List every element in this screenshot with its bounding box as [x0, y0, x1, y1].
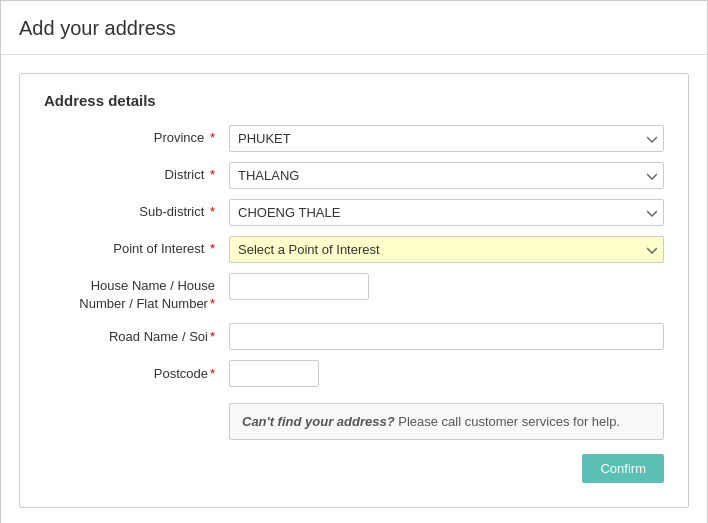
info-italic: Can't find your address?: [242, 414, 395, 429]
postcode-input[interactable]: [229, 360, 319, 387]
subdistrict-control: CHOENG THALE: [229, 199, 664, 226]
house-input[interactable]: [229, 273, 369, 300]
confirm-button[interactable]: Confirm: [582, 454, 664, 483]
road-label: Road Name / Soi*: [44, 328, 229, 346]
address-card: Address details Province * PHUKET Distri…: [19, 73, 689, 508]
province-row: Province * PHUKET: [44, 125, 664, 152]
poi-label: Point of Interest *: [44, 240, 229, 258]
province-select[interactable]: PHUKET: [229, 125, 664, 152]
district-select[interactable]: THALANG: [229, 162, 664, 189]
postcode-label: Postcode*: [44, 365, 229, 383]
info-box: Can't find your address? Please call cus…: [229, 403, 664, 440]
road-input[interactable]: [229, 323, 664, 350]
poi-select[interactable]: Select a Point of Interest: [229, 236, 664, 263]
road-row: Road Name / Soi*: [44, 323, 664, 350]
button-row: Confirm: [44, 454, 664, 483]
house-control: [229, 273, 664, 300]
page-container: Add your address Address details Provinc…: [0, 0, 708, 523]
subdistrict-row: Sub-district * CHOENG THALE: [44, 199, 664, 226]
postcode-control: [229, 360, 664, 387]
road-control: [229, 323, 664, 350]
postcode-row: Postcode*: [44, 360, 664, 387]
poi-control: Select a Point of Interest: [229, 236, 664, 263]
poi-row: Point of Interest * Select a Point of In…: [44, 236, 664, 263]
house-row: House Name / House Number / Flat Number*: [44, 273, 664, 313]
subdistrict-label: Sub-district *: [44, 203, 229, 221]
section-title: Address details: [44, 92, 664, 109]
province-control: PHUKET: [229, 125, 664, 152]
subdistrict-select[interactable]: CHOENG THALE: [229, 199, 664, 226]
page-title: Add your address: [1, 1, 707, 55]
content-area: Address details Province * PHUKET Distri…: [1, 55, 707, 523]
province-label: Province *: [44, 129, 229, 147]
info-row: Can't find your address? Please call cus…: [44, 397, 664, 440]
district-label: District *: [44, 166, 229, 184]
district-row: District * THALANG: [44, 162, 664, 189]
district-control: THALANG: [229, 162, 664, 189]
info-control: Can't find your address? Please call cus…: [229, 397, 664, 440]
house-label: House Name / House Number / Flat Number*: [44, 273, 229, 313]
info-normal: Please call customer services for help.: [395, 414, 620, 429]
